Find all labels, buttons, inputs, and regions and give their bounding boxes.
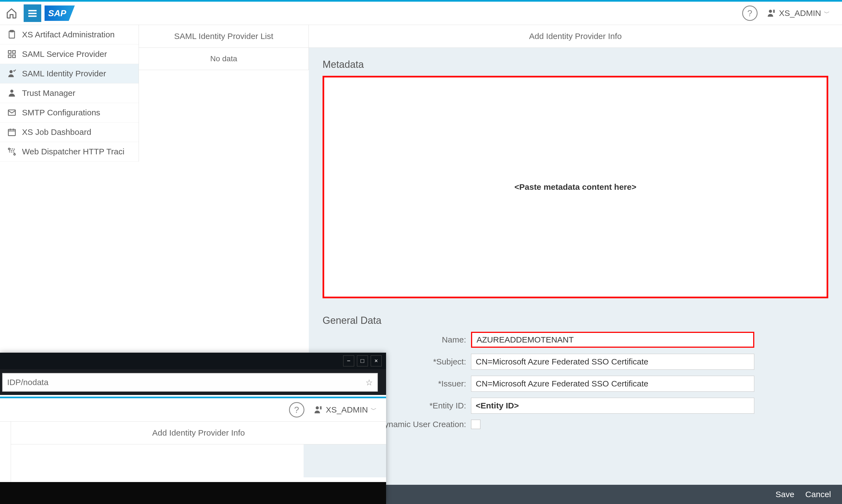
sidebar: XS Artifact Administration SAML Service … xyxy=(0,25,139,162)
star-icon[interactable]: ☆ xyxy=(365,378,373,387)
sidebar-item-trust[interactable]: Trust Manager xyxy=(0,84,139,103)
route-icon xyxy=(6,146,17,157)
input-name[interactable] xyxy=(471,332,754,348)
popup-help-icon[interactable]: ? xyxy=(289,402,305,417)
sidebar-label: SAML Identity Provider xyxy=(22,69,106,78)
popup-main: Add Identity Provider Info xyxy=(11,421,386,482)
form-row-name: Name: xyxy=(323,332,828,348)
sidebar-label: XS Artifact Administration xyxy=(22,30,115,39)
svg-rect-0 xyxy=(28,10,37,11)
menu-button[interactable] xyxy=(24,4,41,22)
input-subject[interactable] xyxy=(471,354,754,370)
grid-icon xyxy=(6,49,17,59)
user-check-icon xyxy=(6,68,17,79)
popup-url-bar[interactable]: IDP/nodata ☆ xyxy=(2,373,378,392)
chevron-down-icon: ﹀ xyxy=(824,9,830,17)
user-name: XS_ADMIN xyxy=(779,8,821,18)
input-issuer[interactable] xyxy=(471,376,754,392)
popup-header: ? XS_ADMIN ﹀ xyxy=(0,398,386,421)
label-name: Name: xyxy=(323,335,471,344)
detail-title: Add Identity Provider Info xyxy=(309,25,842,48)
sap-logo: SAP xyxy=(45,5,75,21)
home-icon[interactable] xyxy=(3,4,20,22)
sidebar-label: SMTP Configurations xyxy=(22,108,100,117)
cancel-button[interactable]: Cancel xyxy=(805,490,831,499)
sidebar-item-smtp[interactable]: SMTP Configurations xyxy=(0,103,139,123)
form-row-issuer: *Issuer: xyxy=(323,376,828,392)
minimize-button[interactable]: − xyxy=(343,355,354,366)
close-button[interactable]: × xyxy=(371,355,382,366)
svg-rect-9 xyxy=(13,51,15,53)
checkbox-dynamic-user[interactable] xyxy=(471,420,480,429)
metadata-section-title: Metadata xyxy=(323,59,828,70)
popup-left-strip xyxy=(0,421,11,482)
svg-point-21 xyxy=(316,406,319,409)
popup-titlebar: − □ × xyxy=(0,353,386,369)
popup-user-menu[interactable]: XS_ADMIN ﹀ xyxy=(310,402,381,417)
svg-rect-5 xyxy=(774,10,775,13)
svg-rect-2 xyxy=(28,15,37,17)
svg-rect-11 xyxy=(13,55,15,58)
popup-detail-title: Add Identity Provider Info xyxy=(11,421,386,445)
user-menu[interactable]: XS_ADMIN ﹀ xyxy=(763,6,834,21)
form-row-dynamic-user: Dynamic User Creation: xyxy=(323,420,828,429)
popup-url-text: IDP/nodata xyxy=(7,378,48,387)
detail-panel: Add Identity Provider Info Metadata <Pas… xyxy=(309,25,842,504)
sidebar-item-saml-idp[interactable]: SAML Identity Provider xyxy=(0,64,139,84)
header-left: SAP xyxy=(3,4,75,22)
detail-body: Metadata <Paste metadata content here> G… xyxy=(309,48,842,486)
form-row-entity-id: *Entity ID: xyxy=(323,398,828,414)
svg-point-19 xyxy=(8,148,10,150)
sidebar-label: Trust Manager xyxy=(22,88,75,98)
sidebar-label: Web Dispatcher HTTP Traci xyxy=(22,147,124,156)
idp-list-panel: SAML Identity Provider List No data xyxy=(139,25,309,70)
input-entity-id[interactable] xyxy=(471,398,754,414)
save-button[interactable]: Save xyxy=(775,490,794,499)
sidebar-label: XS Job Dashboard xyxy=(22,127,91,137)
chevron-down-icon: ﹀ xyxy=(371,406,377,414)
svg-rect-4 xyxy=(773,10,774,13)
sidebar-item-web-dispatcher[interactable]: Web Dispatcher HTTP Traci xyxy=(0,142,139,162)
idp-list-title: SAML Identity Provider List xyxy=(139,25,309,48)
sidebar-item-saml-sp[interactable]: SAML Service Provider xyxy=(0,44,139,64)
metadata-textarea[interactable]: <Paste metadata content here> xyxy=(323,76,828,298)
mail-icon xyxy=(6,107,17,118)
user-icon xyxy=(6,88,17,98)
svg-rect-10 xyxy=(8,55,11,58)
footer-bar: Save Cancel xyxy=(309,485,842,504)
svg-point-13 xyxy=(10,90,13,93)
popup-content: Add Identity Provider Info xyxy=(0,421,386,482)
calendar-icon xyxy=(6,127,17,137)
general-section-title: General Data xyxy=(323,315,828,326)
metadata-placeholder: <Paste metadata content here> xyxy=(515,182,637,192)
svg-rect-22 xyxy=(320,406,321,409)
sidebar-label: SAML Service Provider xyxy=(22,50,107,59)
svg-rect-15 xyxy=(8,129,15,136)
sidebar-item-xs-artifact[interactable]: XS Artifact Administration xyxy=(0,25,139,44)
popup-window: − □ × IDP/nodata ☆ ? XS_ADMIN ﹀ Add Iden… xyxy=(0,353,386,504)
form-row-subject: *Subject: xyxy=(323,354,828,370)
popup-footer xyxy=(0,482,386,504)
svg-rect-23 xyxy=(321,406,322,409)
popup-user-name: XS_ADMIN xyxy=(326,405,368,414)
sidebar-item-xs-job[interactable]: XS Job Dashboard xyxy=(0,123,139,142)
header-right: ? XS_ADMIN ﹀ xyxy=(742,5,839,21)
svg-rect-1 xyxy=(28,13,37,14)
svg-point-3 xyxy=(769,10,772,13)
svg-rect-8 xyxy=(8,51,11,53)
clipboard-icon xyxy=(6,30,17,40)
maximize-button[interactable]: □ xyxy=(357,355,368,366)
help-icon[interactable]: ? xyxy=(742,5,758,21)
idp-list-empty: No data xyxy=(139,48,309,70)
app-header: SAP ? XS_ADMIN ﹀ xyxy=(0,2,842,25)
svg-point-12 xyxy=(10,70,13,73)
